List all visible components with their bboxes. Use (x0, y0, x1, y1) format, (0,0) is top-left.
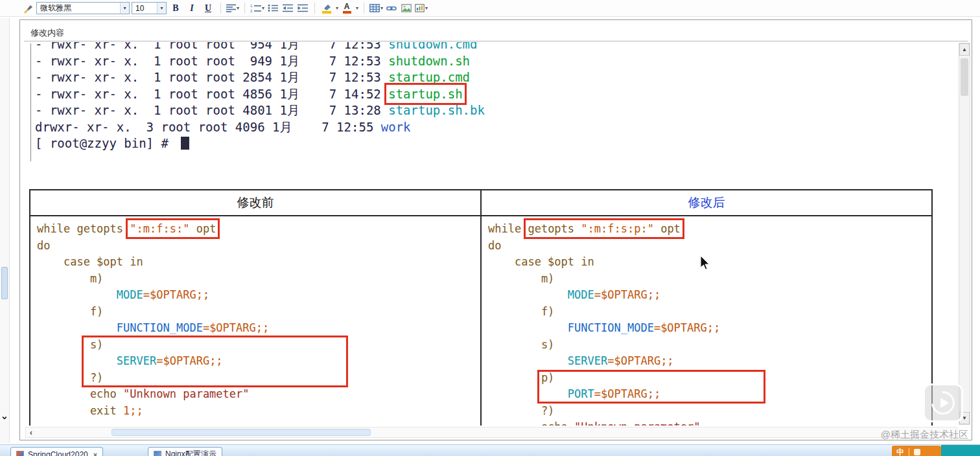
highlight-color-swatch (322, 11, 331, 14)
indent-button[interactable] (296, 2, 309, 15)
terminal-prompt: [ root@zzyy bin] # (35, 135, 485, 152)
code-line: SERVER=$OPTARG;; (488, 353, 931, 370)
scroll-left-icon[interactable]: ‹ (26, 428, 36, 437)
chevron-down-icon: ▾ (237, 5, 239, 11)
before-code: while getopts ":m:f:s:" optdo case $opt … (30, 216, 480, 419)
taskbar: SpringCloud2020 × Nginx配置演示 中 (0, 444, 980, 456)
code-line: while getopts ":m:f:s:p:" opt (488, 221, 931, 238)
code-line: exit 1;; (37, 403, 480, 420)
toolbar: 微软雅黑 ▾ 10 ▾ B I U ▾ 12 ▾ (0, 0, 980, 17)
editor-window: 微软雅黑 ▾ 10 ▾ B I U ▾ 12 ▾ (0, 0, 980, 456)
after-header: 修改后 (480, 190, 931, 215)
chevron-down-icon[interactable]: ▾ (157, 3, 166, 14)
italic-button[interactable]: I (185, 2, 199, 15)
terminal-line: - rwxr- xr- x. 1 root root 4856 1月 7 14:… (35, 86, 485, 103)
code-line: ?) (488, 403, 931, 420)
code-line: MODE=$OPTARG;; (37, 287, 480, 304)
code-line: echo "Unknown parameter" (488, 419, 931, 426)
after-code-cell[interactable]: while getopts ":m:f:s:p:" optdo case $op… (480, 216, 931, 426)
chevron-down-icon[interactable]: ▾ (120, 3, 129, 14)
terminal-output[interactable]: - rwxr- xr- x. 1 root root 954 1月 7 12:5… (30, 43, 491, 161)
vertical-scroll-thumb[interactable] (961, 58, 968, 96)
ime-mode-icon (914, 449, 920, 455)
document-content: - rwxr- xr- x. 1 root root 954 1月 7 12:5… (21, 42, 958, 426)
font-name-select[interactable]: 微软雅黑 ▾ (36, 2, 130, 14)
tab-label: Nginx配置演示 (165, 449, 216, 456)
diff-table: 修改前 修改后 while getopts ":m:f:s:" optdo ca… (29, 189, 933, 426)
taskbar-tab-springcloud[interactable]: SpringCloud2020 × (10, 447, 103, 456)
mouse-cursor (700, 255, 710, 273)
font-color-button[interactable]: A (340, 2, 353, 15)
bold-button[interactable]: B (169, 2, 183, 15)
toolbar-separator (244, 3, 245, 14)
code-line: f) (488, 304, 931, 321)
unordered-list-button[interactable] (266, 2, 279, 15)
toolbar-separator (314, 3, 315, 14)
terminal-line: drwxr- xr- x. 3 root root 4096 1月 7 12:5… (35, 119, 485, 136)
highlight-box-port-block (537, 370, 765, 404)
code-line: do (37, 238, 480, 255)
code-line: f) (37, 304, 480, 321)
highlight-box-startup-sh: startup.sh (388, 87, 462, 101)
ordered-list-button[interactable]: 12 ▾ (250, 2, 264, 15)
align-button[interactable]: ▾ (226, 2, 239, 15)
highlight-box-getopts-before: ":m:f:s:" opt (130, 222, 216, 235)
terminal-cursor (181, 137, 189, 150)
before-code-cell[interactable]: while getopts ":m:f:s:" optdo case $opt … (30, 216, 480, 426)
font-size-select[interactable]: 10 ▾ (132, 2, 167, 14)
ime-indicator[interactable]: 中 (892, 446, 941, 456)
outdent-button[interactable] (281, 2, 294, 15)
ime-divider (909, 448, 909, 456)
terminal-line: - rwxr- xr- x. 1 root root 949 1月 7 12:5… (35, 53, 485, 70)
highlight-color-button[interactable] (320, 2, 333, 15)
taskbar-tab-nginx[interactable]: Nginx配置演示 (148, 447, 222, 456)
svg-text:2: 2 (250, 9, 253, 13)
horizontal-scroll-thumb[interactable] (111, 429, 371, 436)
font-color-letter: A (344, 3, 350, 10)
toolbar-separator (220, 3, 221, 14)
document-icon (16, 451, 24, 456)
code-line: m) (37, 271, 480, 288)
terminal-line: - rwxr- xr- x. 1 root root 954 1月 7 12:5… (35, 42, 485, 53)
svg-text:1: 1 (250, 4, 253, 8)
insert-link-button[interactable] (385, 2, 398, 15)
horizontal-scrollbar[interactable]: ‹ (25, 427, 957, 438)
underline-button[interactable]: U (201, 2, 215, 15)
terminal-line: - rwxr- xr- x. 1 root root 4801 1月 7 13:… (35, 102, 485, 119)
chevron-down-icon[interactable]: ▾ (336, 5, 338, 11)
font-color-swatch (343, 11, 351, 14)
before-header: 修改前 (30, 190, 480, 215)
chevron-down-icon[interactable]: ▾ (356, 5, 358, 11)
chevron-down-icon: ▾ (262, 5, 264, 11)
tab-label: SpringCloud2020 (28, 450, 88, 456)
left-scroll-strip[interactable]: ⌄ (0, 18, 10, 443)
diff-table-header: 修改前 修改后 (30, 190, 931, 216)
highlight-box-server-block (82, 336, 348, 387)
panel-divider (24, 41, 968, 41)
code-line: FUNCTION_MODE=$OPTARG;; (488, 320, 931, 337)
insert-image-button[interactable] (400, 2, 413, 15)
vertical-scrollbar[interactable]: ▲ ▼ (959, 43, 970, 425)
toolbar-separator (364, 3, 364, 14)
chevron-down-icon: ▾ (380, 5, 383, 11)
scroll-up-icon[interactable]: ▲ (959, 43, 970, 56)
code-line: echo "Unknown parameter" (37, 386, 480, 403)
code-line: FUNCTION_MODE=$OPTARG;; (37, 320, 480, 337)
insert-chart-button[interactable]: ▾ (415, 2, 428, 15)
left-scroll-thumb[interactable] (1, 267, 8, 299)
close-icon[interactable]: × (93, 451, 97, 456)
code-line: s) (488, 337, 931, 354)
terminal-line: - rwxr- xr- x. 1 root root 2854 1月 7 12:… (35, 69, 485, 86)
document-icon (154, 451, 161, 456)
ime-language-label: 中 (896, 447, 904, 456)
replay-arc-icon (927, 387, 960, 420)
chevron-down-icon[interactable]: ⌄ (1, 411, 8, 421)
video-play-button[interactable] (923, 383, 963, 422)
format-painter-icon[interactable] (21, 2, 34, 15)
content-panel: 修改内容 - rwxr- xr- x. 1 root root 954 1月 7… (19, 19, 972, 440)
code-line: MODE=$OPTARG;; (488, 287, 931, 304)
diff-table-body: while getopts ":m:f:s:" optdo case $opt … (30, 216, 931, 426)
watermark: @稀土掘金技术社区 (881, 429, 968, 441)
chevron-down-icon: ▾ (425, 5, 428, 11)
insert-table-button[interactable]: ▾ (369, 2, 383, 15)
